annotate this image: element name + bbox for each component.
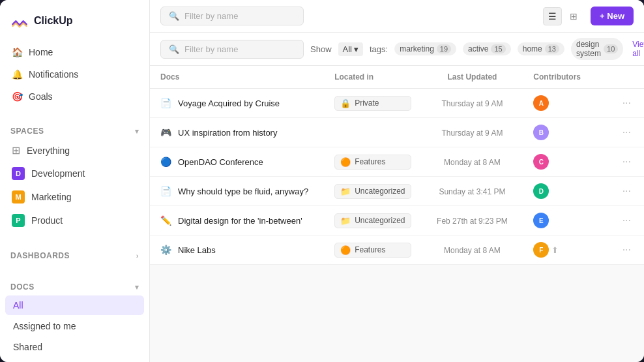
home-icon: 🏠 <box>12 47 22 57</box>
main-nav: 🏠 Home 🔔 Notifications 🎯 Goals <box>0 42 149 108</box>
last-updated: Feb 27th at 9:23 PM <box>437 217 508 226</box>
notifications-label: Notifications <box>29 69 78 80</box>
doc-title: Nike Labs <box>178 245 216 255</box>
sidebar-item-marketing[interactable]: M Marketing <box>5 186 144 208</box>
app-name: ClickUp <box>34 15 73 27</box>
upload-icon: ⬆ <box>551 245 559 255</box>
contributors-cell: E <box>533 213 598 228</box>
location-label: Uncategorized <box>355 216 405 225</box>
sidebar-item-development[interactable]: D Development <box>5 162 144 185</box>
new-button[interactable]: + New <box>591 7 634 25</box>
sidebar: ClickUp 🏠 Home 🔔 Notifications 🎯 Goals S… <box>0 0 150 362</box>
contributors-cell: A <box>533 95 598 111</box>
goals-label: Goals <box>29 91 53 102</box>
spaces-chevron-icon[interactable]: ▾ <box>135 127 139 136</box>
sidebar-item-home[interactable]: 🏠 Home <box>5 42 144 63</box>
doc-title: Why should type be fluid, anyway? <box>178 187 308 196</box>
col-header-actions <box>609 66 644 89</box>
doc-title: Voyage Acquired by Cruise <box>178 98 280 108</box>
all-dropdown[interactable]: All ▾ <box>338 42 363 56</box>
docs-section-header: Docs ▾ <box>0 275 149 295</box>
product-badge: P <box>12 214 25 227</box>
more-options-button[interactable]: ··· <box>620 241 634 258</box>
location-emoji: 📁 <box>340 187 351 196</box>
doc-icon: 📄 <box>160 186 171 196</box>
table-row[interactable]: ⚙️ Nike Labs 🟠 Features Monday at 8 AM F… <box>150 235 644 265</box>
more-options-button[interactable]: ··· <box>620 153 634 170</box>
topbar-search[interactable]: 🔍 Filter by name <box>160 7 304 25</box>
location-label: Private <box>355 98 379 108</box>
dashboards-section-header: Dashboards › <box>0 243 149 264</box>
last-updated: Monday at 8 AM <box>444 158 501 167</box>
avatar: B <box>533 125 549 140</box>
sidebar-item-notifications[interactable]: 🔔 Notifications <box>5 64 144 85</box>
contributors-cell: B <box>533 125 598 140</box>
table-row[interactable]: ✏️ Digital design for the 'in-between' 📁… <box>150 206 644 235</box>
bell-icon: 🔔 <box>12 69 22 80</box>
docs-chevron-icon[interactable]: ▾ <box>135 283 139 292</box>
dashboards-chevron-icon[interactable]: › <box>136 252 139 260</box>
clickup-logo-icon <box>10 12 29 30</box>
docs-table: Docs Located in Last Updated Contributor… <box>150 66 644 265</box>
location-chip: 🔒 Private <box>334 96 411 111</box>
col-header-last-updated: Last Updated <box>422 66 523 89</box>
filter-search-icon: 🔍 <box>169 44 179 54</box>
avatar: C <box>533 154 549 170</box>
topbar: 🔍 Filter by name ☰ ⊞ + New <box>150 0 644 33</box>
docs-nav: All Assigned to me Shared Private <box>0 295 149 362</box>
grid-view-button[interactable]: ⊞ <box>564 7 583 25</box>
location-label: Features <box>355 157 385 166</box>
avatar: F <box>533 242 549 258</box>
sidebar-item-docs-private[interactable]: Private <box>5 358 144 362</box>
doc-icon: ✏️ <box>160 215 171 226</box>
sidebar-item-docs-shared[interactable]: Shared <box>5 337 144 357</box>
table-row[interactable]: 📄 Voyage Acquired by Cruise 🔒 Private Th… <box>150 89 644 118</box>
table-row[interactable]: 📄 Why should type be fluid, anyway? 📁 Un… <box>150 177 644 206</box>
more-options-button[interactable]: ··· <box>620 124 634 140</box>
doc-icon: 🎮 <box>160 127 171 138</box>
tag-chip-active[interactable]: active 15 <box>463 42 511 55</box>
last-updated: Thursday at 9 AM <box>441 128 503 138</box>
product-label: Product <box>31 215 63 226</box>
grid-icon: ⊞ <box>12 144 20 157</box>
avatar: E <box>533 213 549 228</box>
goals-icon: 🎯 <box>12 91 22 102</box>
filter-search[interactable]: 🔍 Filter by name <box>160 40 304 59</box>
tags-label: tags: <box>370 44 388 54</box>
table-row[interactable]: 🎮 UX inspiration from history Thursday a… <box>150 118 644 147</box>
more-options-button[interactable]: ··· <box>620 95 634 111</box>
more-options-button[interactable]: ··· <box>620 212 634 228</box>
sidebar-item-product[interactable]: P Product <box>5 209 144 232</box>
doc-name-cell: 📄 Voyage Acquired by Cruise <box>160 98 314 108</box>
sidebar-item-docs-assigned[interactable]: Assigned to me <box>5 316 144 336</box>
doc-name-cell: 🎮 UX inspiration from history <box>160 127 314 138</box>
tag-chip-design-system[interactable]: design system 10 <box>571 38 623 60</box>
location-emoji: 📁 <box>340 216 351 226</box>
contributors-cell: D <box>533 183 598 199</box>
all-dropdown-chevron: ▾ <box>354 44 359 54</box>
sidebar-item-everything[interactable]: ⊞ Everything <box>5 140 144 161</box>
tag-chip-home[interactable]: home 13 <box>518 42 564 55</box>
location-chip: 📁 Uncategorized <box>334 213 411 228</box>
docs-table-container: Docs Located in Last Updated Contributor… <box>150 66 644 362</box>
table-row[interactable]: 🔵 OpenDAO Conference 🟠 Features Monday a… <box>150 147 644 177</box>
contributors-cell: C <box>533 154 598 170</box>
sidebar-item-docs-all[interactable]: All <box>5 295 144 315</box>
tag-chip-marketing[interactable]: marketing 19 <box>394 42 456 55</box>
more-options-button[interactable]: ··· <box>620 183 634 199</box>
table-body: 📄 Voyage Acquired by Cruise 🔒 Private Th… <box>150 89 644 265</box>
doc-title: Digital design for the 'in-between' <box>178 216 302 226</box>
everything-label: Everything <box>27 145 70 156</box>
development-badge: D <box>12 167 25 180</box>
table-header-row: Docs Located in Last Updated Contributor… <box>150 66 644 89</box>
contributors-cell: F⬆ <box>533 242 598 258</box>
logo[interactable]: ClickUp <box>0 0 149 42</box>
sidebar-item-goals[interactable]: 🎯 Goals <box>5 86 144 107</box>
last-updated: Sunday at 3:41 PM <box>439 187 505 196</box>
view-all-link[interactable]: View all <box>632 40 644 58</box>
list-view-button[interactable]: ☰ <box>543 7 562 25</box>
avatar: A <box>533 95 549 111</box>
doc-title: OpenDAO Conference <box>178 157 263 167</box>
location-emoji: 🟠 <box>340 245 351 255</box>
location-chip: 🟠 Features <box>334 155 411 170</box>
